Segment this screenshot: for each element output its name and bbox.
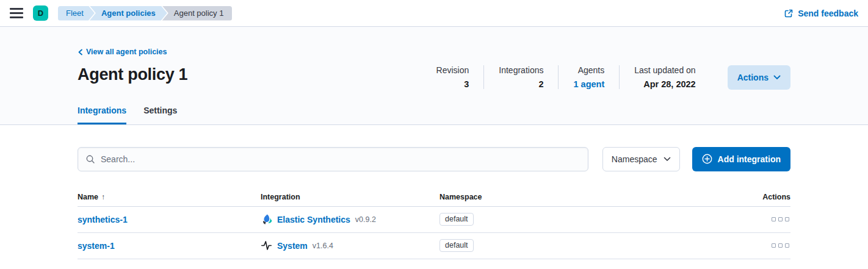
top-navigation-bar: D Fleet Agent policies Agent policy 1 Se… bbox=[0, 0, 868, 27]
column-header-actions: Actions bbox=[736, 193, 790, 201]
stat-agents: Agents 1 agent bbox=[559, 65, 620, 89]
integration-version: v1.6.4 bbox=[313, 242, 333, 250]
policy-tabs: Integrations Settings bbox=[78, 106, 790, 124]
external-link-icon bbox=[784, 9, 794, 18]
back-link-label: View all agent policies bbox=[86, 48, 167, 56]
stat-last-updated-value: Apr 28, 2022 bbox=[634, 79, 695, 89]
view-all-agent-policies-link[interactable]: View all agent policies bbox=[78, 48, 167, 56]
add-integration-button[interactable]: Add integration bbox=[692, 147, 790, 171]
breadcrumb-agent-policy-1: Agent policy 1 bbox=[162, 6, 233, 21]
namespace-filter-button[interactable]: Namespace bbox=[602, 147, 680, 171]
plus-in-circle-icon bbox=[702, 154, 712, 164]
chevron-down-icon bbox=[773, 75, 781, 80]
send-feedback-link[interactable]: Send feedback bbox=[784, 9, 858, 18]
policy-stats: Revision 3 Integrations 2 Agents 1 agent… bbox=[422, 65, 711, 89]
deployment-badge[interactable]: D bbox=[33, 5, 48, 21]
column-header-integration: Integration bbox=[261, 193, 439, 201]
stat-last-updated-label: Last updated on bbox=[634, 65, 695, 75]
system-icon bbox=[261, 240, 272, 251]
tab-settings[interactable]: Settings bbox=[143, 106, 177, 124]
integrations-toolbar: Namespace Add integration bbox=[78, 147, 790, 171]
actions-button-label: Actions bbox=[737, 73, 769, 82]
namespace-badge: default bbox=[439, 239, 474, 252]
menu-hamburger-icon[interactable] bbox=[10, 7, 23, 20]
stat-revision-value: 3 bbox=[436, 79, 469, 89]
chevron-down-icon bbox=[664, 157, 671, 162]
send-feedback-label: Send feedback bbox=[798, 9, 858, 18]
actions-button[interactable]: Actions bbox=[728, 65, 790, 90]
add-integration-label: Add integration bbox=[718, 154, 781, 164]
tab-integrations[interactable]: Integrations bbox=[78, 106, 126, 124]
stat-integrations-value: 2 bbox=[499, 79, 543, 89]
search-box[interactable] bbox=[78, 147, 588, 171]
table-row: synthetics-1 Elastic Synthetics v0.9.2 d… bbox=[78, 207, 790, 233]
stat-integrations-label: Integrations bbox=[499, 65, 543, 75]
page-header: View all agent policies Agent policy 1 R… bbox=[0, 27, 868, 125]
namespace-filter-label: Namespace bbox=[612, 154, 657, 164]
namespace-badge: default bbox=[439, 213, 474, 226]
sort-ascending-icon: ↑ bbox=[101, 193, 105, 201]
column-header-name[interactable]: Name ↑ bbox=[78, 193, 261, 201]
stat-agents-label: Agents bbox=[573, 65, 604, 75]
elastic-synthetics-icon bbox=[261, 213, 272, 225]
stat-last-updated: Last updated on Apr 28, 2022 bbox=[620, 65, 710, 89]
integrations-table: Name ↑ Integration Namespace Actions syn… bbox=[78, 189, 790, 259]
chevron-left-icon bbox=[78, 49, 83, 56]
integration-title-link[interactable]: Elastic Synthetics bbox=[277, 215, 350, 224]
search-icon bbox=[85, 154, 95, 164]
search-input[interactable] bbox=[101, 154, 580, 164]
stat-integrations: Integrations 2 bbox=[484, 65, 559, 89]
breadcrumb: Fleet Agent policies Agent policy 1 bbox=[58, 6, 232, 21]
integration-title-link[interactable]: System bbox=[277, 241, 308, 251]
integration-name-link[interactable]: synthetics-1 bbox=[78, 215, 128, 224]
stat-revision-label: Revision bbox=[436, 65, 469, 75]
row-actions-button[interactable] bbox=[736, 217, 790, 221]
stat-revision: Revision 3 bbox=[422, 65, 485, 89]
stat-agents-link[interactable]: 1 agent bbox=[573, 79, 604, 89]
breadcrumb-fleet[interactable]: Fleet bbox=[58, 6, 95, 21]
integrations-panel: Namespace Add integration Name ↑ Integra… bbox=[0, 125, 868, 259]
row-actions-button[interactable] bbox=[736, 243, 790, 248]
integration-version: v0.9.2 bbox=[355, 215, 376, 224]
table-header-row: Name ↑ Integration Namespace Actions bbox=[78, 189, 790, 207]
table-row: system-1 System v1.6.4 default bbox=[78, 233, 790, 259]
page-title: Agent policy 1 bbox=[78, 65, 187, 84]
integration-name-link[interactable]: system-1 bbox=[78, 241, 115, 251]
breadcrumb-agent-policies[interactable]: Agent policies bbox=[90, 6, 167, 21]
column-header-namespace: Namespace bbox=[439, 193, 736, 201]
